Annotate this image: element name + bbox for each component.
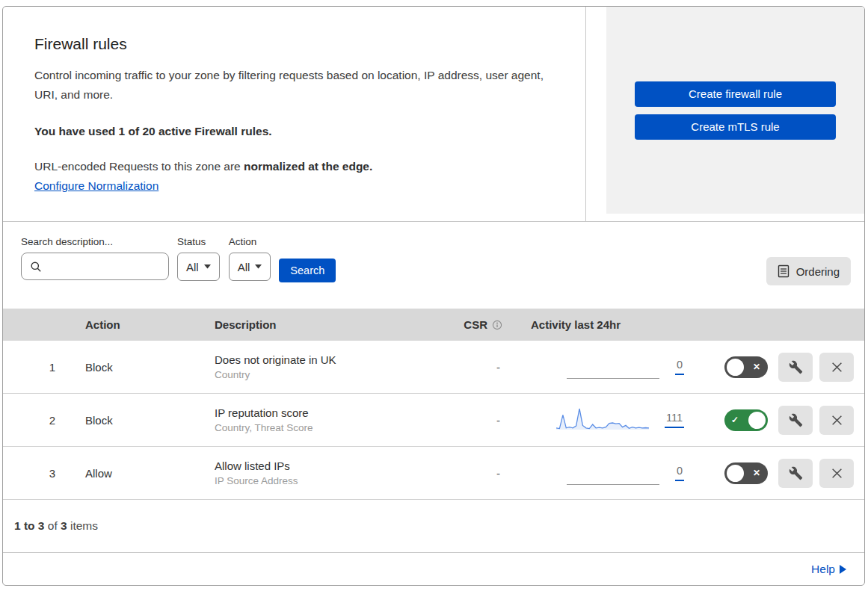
rule-description-cell: Allow listed IPs IP Source Address bbox=[197, 460, 437, 486]
close-icon bbox=[831, 414, 843, 427]
action-label: Action bbox=[229, 236, 271, 247]
rule-controls: ✕ bbox=[698, 459, 864, 488]
edit-rule-button[interactable] bbox=[778, 353, 813, 382]
action-dropdown[interactable]: All bbox=[229, 253, 271, 281]
column-csr: CSR bbox=[437, 318, 519, 331]
normalization-note: URL-encoded Requests to this zone are no… bbox=[34, 158, 555, 176]
search-input[interactable] bbox=[47, 260, 160, 273]
rule-fields: Country, Threat Score bbox=[215, 422, 437, 433]
status-dropdown[interactable]: All bbox=[177, 253, 220, 281]
wrench-icon bbox=[789, 413, 803, 427]
rule-controls: ✓ bbox=[698, 406, 864, 435]
header-text-panel: Firewall rules Control incoming traffic … bbox=[3, 7, 586, 221]
rule-activity-cell: 0 bbox=[519, 462, 698, 485]
configure-normalization-link[interactable]: Configure Normalization bbox=[34, 179, 158, 193]
rule-activity-cell: 111 bbox=[519, 406, 698, 433]
rule-description: Does not originate in UK bbox=[215, 353, 437, 366]
help-link[interactable]: Help bbox=[811, 563, 846, 576]
help-bar: Help bbox=[3, 552, 864, 585]
action-dropdown-value: All bbox=[238, 261, 250, 273]
activity-sparkline-empty bbox=[567, 356, 659, 379]
search-box[interactable] bbox=[21, 253, 169, 280]
table-row: 2 Block IP reputation score Country, Thr… bbox=[3, 394, 864, 447]
column-activity: Activity last 24hr bbox=[519, 318, 698, 331]
pagination-of: of bbox=[48, 519, 58, 532]
rule-priority: 3 bbox=[3, 467, 70, 480]
rule-action: Allow bbox=[70, 467, 197, 480]
rule-fields: IP Source Address bbox=[215, 475, 437, 486]
header-section: Firewall rules Control incoming traffic … bbox=[3, 7, 864, 222]
info-icon[interactable] bbox=[492, 320, 502, 330]
pagination-summary: 1 to 3 of 3 items bbox=[3, 500, 864, 552]
chevron-down-icon bbox=[204, 264, 211, 269]
rule-priority: 2 bbox=[3, 414, 70, 427]
enable-toggle[interactable]: ✕ bbox=[724, 462, 768, 484]
rule-action: Block bbox=[70, 414, 197, 427]
rule-activity-cell: 0 bbox=[519, 356, 698, 379]
toggle-off-icon: ✕ bbox=[753, 362, 760, 371]
pagination-items: items bbox=[70, 519, 98, 532]
pagination-range: 1 to 3 bbox=[14, 519, 44, 532]
activity-count-link[interactable]: 111 bbox=[665, 412, 684, 428]
action-filter-group: Action All bbox=[229, 236, 271, 281]
chevron-down-icon bbox=[255, 264, 262, 269]
wrench-icon bbox=[789, 360, 803, 374]
ordering-button-label: Ordering bbox=[796, 265, 840, 278]
activity-count-link[interactable]: 0 bbox=[675, 465, 684, 481]
filter-bar: Search description... Status All Action … bbox=[3, 222, 864, 309]
close-icon bbox=[831, 467, 843, 480]
status-filter-group: Status All bbox=[177, 236, 220, 281]
toggle-knob bbox=[727, 359, 744, 376]
page-title: Firewall rules bbox=[34, 35, 555, 53]
rule-description: Allow listed IPs bbox=[215, 460, 437, 472]
normalization-prefix: URL-encoded Requests to this zone are bbox=[34, 160, 244, 173]
header-gap bbox=[586, 7, 606, 221]
normalization-bold: normalized at the edge. bbox=[244, 160, 372, 173]
activity-count-link[interactable]: 0 bbox=[675, 359, 684, 375]
actions-panel: Create firewall rule Create mTLS rule bbox=[606, 7, 864, 214]
close-icon bbox=[831, 361, 843, 374]
ordering-list-icon bbox=[778, 264, 789, 278]
page-description: Control incoming traffic to your zone by… bbox=[34, 66, 555, 105]
status-dropdown-value: All bbox=[186, 261, 199, 273]
create-mtls-rule-button[interactable]: Create mTLS rule bbox=[635, 114, 836, 140]
search-group: Search description... bbox=[21, 236, 169, 280]
arrow-right-icon bbox=[840, 565, 846, 574]
enable-toggle[interactable]: ✓ bbox=[724, 409, 768, 431]
search-icon bbox=[30, 261, 42, 273]
create-firewall-rule-button[interactable]: Create firewall rule bbox=[635, 81, 836, 107]
toggle-knob bbox=[727, 465, 744, 482]
activity-sparkline-empty bbox=[567, 462, 659, 485]
wrench-icon bbox=[789, 466, 803, 480]
ordering-button[interactable]: Ordering bbox=[766, 257, 851, 285]
search-button[interactable]: Search bbox=[279, 259, 336, 282]
enable-toggle[interactable]: ✕ bbox=[724, 356, 768, 378]
rule-csr: - bbox=[437, 361, 519, 374]
rule-priority: 1 bbox=[3, 361, 70, 374]
rule-action: Block bbox=[70, 361, 197, 374]
table-row: 3 Allow Allow listed IPs IP Source Addre… bbox=[3, 447, 864, 500]
rule-description-cell: Does not originate in UK Country bbox=[197, 353, 437, 380]
rule-description: IP reputation score bbox=[215, 406, 437, 419]
column-description: Description bbox=[197, 318, 437, 331]
toggle-off-icon: ✕ bbox=[753, 468, 760, 477]
status-label: Status bbox=[177, 236, 220, 247]
rule-csr: - bbox=[437, 467, 519, 480]
usage-summary: You have used 1 of 20 active Firewall ru… bbox=[34, 125, 555, 138]
activity-sparkline bbox=[556, 406, 649, 433]
delete-rule-button[interactable] bbox=[819, 406, 854, 435]
column-action: Action bbox=[70, 318, 197, 331]
rule-controls: ✕ bbox=[698, 353, 864, 382]
edit-rule-button[interactable] bbox=[778, 406, 813, 435]
delete-rule-button[interactable] bbox=[819, 353, 854, 382]
firewall-rules-card: Firewall rules Control incoming traffic … bbox=[2, 6, 865, 586]
csr-label: CSR bbox=[464, 318, 487, 331]
pagination-total: 3 bbox=[61, 519, 67, 532]
table-row: 1 Block Does not originate in UK Country… bbox=[3, 341, 864, 394]
toggle-on-icon: ✓ bbox=[731, 415, 739, 424]
edit-rule-button[interactable] bbox=[778, 459, 813, 488]
table-header: Action Description CSR Activity last 24h… bbox=[3, 309, 864, 341]
rule-csr: - bbox=[437, 414, 519, 427]
delete-rule-button[interactable] bbox=[819, 459, 854, 488]
rule-description-cell: IP reputation score Country, Threat Scor… bbox=[197, 406, 437, 433]
